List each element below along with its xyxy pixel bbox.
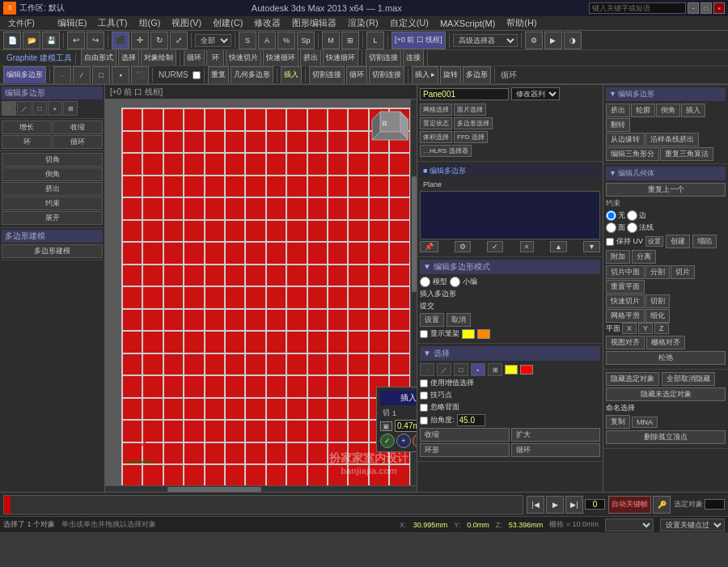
- frp-plane-y[interactable]: Y: [638, 323, 653, 334]
- frp-editpoly-title[interactable]: ▼ 编辑多边形: [606, 87, 726, 101]
- frp-split-btn[interactable]: 分割: [645, 265, 670, 279]
- play-btn[interactable]: ▶: [546, 496, 564, 514]
- selection-filter[interactable]: 全部: [195, 34, 231, 47]
- align-btn[interactable]: ⊞: [341, 32, 359, 49]
- r3-btn-2[interactable]: 几何多边形: [231, 66, 273, 84]
- frp-repeat-btn[interactable]: 重复上一个: [606, 183, 726, 197]
- menu-item-edit[interactable]: [41, 23, 51, 24]
- frp-relax-btn[interactable]: 松弛: [606, 351, 726, 365]
- stack-btn-3[interactable]: 置定状态: [420, 117, 452, 129]
- minimize-button[interactable]: －: [688, 2, 699, 14]
- frp-reset-plane[interactable]: 重置平面: [606, 280, 645, 294]
- keyfilter-select[interactable]: 设置关键点过滤器: [660, 518, 725, 531]
- frp-plane-z[interactable]: Z: [654, 323, 669, 334]
- frp-extrude[interactable]: 挤出: [606, 104, 630, 117]
- new-btn[interactable]: 📄: [3, 32, 21, 49]
- select-id-input[interactable]: [705, 499, 725, 510]
- r3-btn-1[interactable]: 重复: [208, 66, 229, 84]
- cage-color2[interactable]: [477, 329, 490, 339]
- frp-hideunsel-btn[interactable]: 全部取消隐藏: [662, 372, 715, 386]
- insert-value[interactable]: [395, 420, 417, 432]
- multi-btn-1[interactable]: 多边形建模: [2, 244, 103, 258]
- menu-item-1[interactable]: 编辑(E): [53, 16, 92, 30]
- frp-edit-tri[interactable]: 编辑三角形分: [606, 147, 659, 161]
- active-shade-btn[interactable]: ◑: [564, 32, 582, 49]
- selection-mode-select[interactable]: 选定对象: [605, 518, 654, 531]
- viewport-cube[interactable]: 前: [368, 108, 408, 150]
- g-btn-5[interactable]: 挤出: [300, 50, 321, 66]
- bridge-btn-l[interactable]: 约束: [2, 197, 103, 210]
- close-button[interactable]: ×: [713, 2, 725, 14]
- frp-bevel[interactable]: 倒角: [656, 104, 680, 117]
- grow-btn[interactable]: 增长: [2, 121, 52, 134]
- cage-check[interactable]: [420, 330, 428, 338]
- frp-from-edge[interactable]: 从边缘转: [606, 133, 645, 146]
- rp-nav-pin[interactable]: 📌: [420, 241, 438, 252]
- g-btn-6[interactable]: 快速循环: [323, 50, 358, 66]
- object-name-input[interactable]: [420, 88, 509, 100]
- prev-frame-btn[interactable]: |◀: [527, 496, 544, 514]
- element-icon-btn[interactable]: ⊞: [63, 101, 78, 116]
- subdivide-btn[interactable]: 切角: [2, 153, 103, 167]
- menu-item-2[interactable]: 工具(T): [93, 16, 132, 30]
- snap-btn[interactable]: S: [239, 32, 256, 49]
- frp-collapse-btn[interactable]: 塌陷: [692, 235, 717, 248]
- save-btn[interactable]: 💾: [42, 32, 60, 49]
- edit-poly-btn[interactable]: 编辑多边形: [3, 66, 46, 84]
- r3-btn-3[interactable]: 切割连接: [309, 66, 345, 84]
- flip-btn-l[interactable]: 展开: [2, 211, 103, 225]
- frp-editgeo-title[interactable]: ▼ 编辑几何体: [606, 167, 726, 180]
- frp-hidesel-btn[interactable]: 隐藏选定对象: [606, 372, 659, 386]
- g-btn-1[interactable]: 循环: [184, 50, 205, 66]
- frp-delisolated-btn[interactable]: 删除孤立顶点: [606, 430, 726, 444]
- frp-preserve-settings[interactable]: 设置: [645, 236, 663, 247]
- stack-btn-4[interactable]: 多边形选择: [454, 117, 493, 129]
- rp-sel-color2[interactable]: [520, 365, 533, 374]
- extrude-btn-l[interactable]: 挤出: [2, 182, 103, 196]
- shrink-btn[interactable]: 收缩: [53, 121, 103, 134]
- r3-btn-5[interactable]: 切割连接: [369, 66, 404, 84]
- paint-tab[interactable]: 对象绘制: [141, 50, 176, 66]
- frp-unhideall-btn[interactable]: 隐藏未选定对象: [606, 387, 726, 401]
- softsel-check[interactable]: [420, 379, 428, 387]
- open-btn[interactable]: 📂: [23, 32, 40, 49]
- viewport-mode-select[interactable]: 高级选择器: [453, 34, 518, 47]
- poly-btn[interactable]: ▪: [112, 66, 129, 84]
- nurms-check[interactable]: [193, 71, 201, 79]
- frp-create-btn[interactable]: 创建: [666, 235, 690, 248]
- stack-btn-1[interactable]: 网格选择: [420, 104, 452, 116]
- rp-edge-btn[interactable]: ／: [437, 363, 451, 376]
- frp-detach-btn[interactable]: 分离: [632, 250, 656, 264]
- search-input[interactable]: [589, 2, 686, 14]
- rp-vertex-btn[interactable]: ·: [420, 363, 434, 376]
- frp-face-radio[interactable]: [606, 222, 616, 233]
- stack-btn-6[interactable]: FFD 选择: [454, 131, 488, 143]
- menu-item-8[interactable]: 渲染(R): [343, 16, 383, 30]
- mode-model-radio[interactable]: [420, 277, 430, 287]
- setkey-btn[interactable]: 🔑: [653, 496, 671, 514]
- render-btn[interactable]: ▶: [544, 32, 562, 49]
- mode-animate-radio[interactable]: [450, 277, 460, 287]
- frp-retri[interactable]: 重复三角算法: [660, 147, 713, 161]
- insert-move-btn[interactable]: +: [396, 434, 411, 448]
- g-btn-7[interactable]: 切割连接: [366, 50, 401, 66]
- menu-item-9[interactable]: 自定义(U): [385, 16, 434, 30]
- element-btn[interactable]: ⬛: [131, 66, 149, 84]
- frp-meshsmooth-btn[interactable]: 网格平滑: [606, 309, 645, 323]
- render-setup-btn[interactable]: ⚙: [525, 32, 543, 49]
- frp-edge-radio[interactable]: [627, 210, 637, 221]
- undo-btn[interactable]: ↩: [67, 32, 85, 49]
- backface-check[interactable]: [420, 404, 428, 412]
- rp-border-btn[interactable]: □: [454, 363, 468, 376]
- angle-input[interactable]: [457, 414, 485, 426]
- frp-mna-btn[interactable]: MNA: [632, 417, 658, 428]
- frp-flip[interactable]: 翻转: [606, 118, 630, 132]
- g-btn-2[interactable]: 环: [206, 50, 224, 66]
- rp-grow-btn[interactable]: 扩大: [511, 428, 601, 442]
- frp-viewalign-btn[interactable]: 视图对齐: [606, 336, 645, 349]
- time-input[interactable]: [585, 499, 605, 510]
- frp-cut-btn[interactable]: 切割: [645, 294, 670, 308]
- stack-btn-5[interactable]: 体积选择: [420, 131, 452, 143]
- vertex-icon-btn[interactable]: ·: [2, 101, 16, 116]
- rp-nav-down[interactable]: ▼: [583, 241, 600, 252]
